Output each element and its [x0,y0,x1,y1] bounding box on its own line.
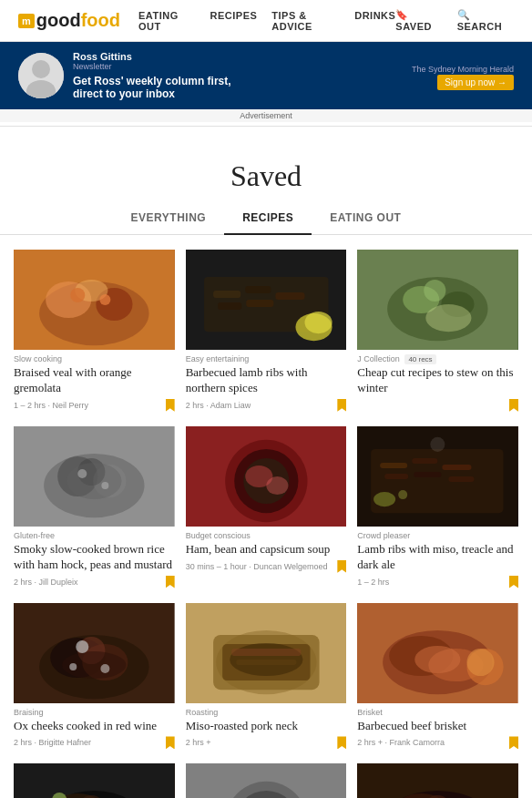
ad-avatar [18,53,64,98]
recipe-row-3: Braising Ox cheeks cooked in red wine 2 … [14,603,518,750]
recipe-meta-1: 2 hrs · Adam Liaw [186,399,347,412]
recipe-card-2[interactable]: J Collection 40 recs Cheap cut recipes t… [357,250,518,412]
recipe-tag-8: Brisket [357,708,518,717]
recipe-card-3[interactable]: Gluten-free Smoky slow-cooked brown rice… [14,426,175,588]
recipe-tag-1: Easy entertaining [186,354,347,363]
svg-rect-45 [414,472,442,477]
svg-point-48 [373,492,395,506]
bookmark-6[interactable] [166,736,175,749]
recipe-card-6[interactable]: Braising Ox cheeks cooked in red wine 2 … [14,603,175,750]
svg-point-70 [415,646,461,673]
recipe-image-4 [186,426,347,527]
recipe-card-4[interactable]: Budget conscious Ham, bean and capsicum … [186,426,347,588]
svg-point-31 [77,469,87,478]
svg-rect-12 [213,291,240,298]
recipe-image-10 [186,763,347,798]
recipe-meta-4: 30 mins – 1 hour · Duncan Welgemoed [186,560,347,573]
recipe-card-5[interactable]: Crowd pleaser Lamb ribs with miso, treac… [357,426,518,588]
nav-drinks[interactable]: DRINKS [354,10,395,32]
header-right: 🔖 SAVED 🔍 SEARCH [395,9,514,32]
recipe-meta-5: 1 – 2 hrs [357,576,518,588]
svg-rect-44 [384,474,408,479]
recipe-time-5: 1 – 2 hrs [357,578,389,587]
logo-food-text: food [81,10,120,31]
svg-rect-15 [218,302,241,310]
recipe-card-1[interactable]: Easy entertaining Barbecued lamb ribs wi… [186,250,347,412]
svg-rect-14 [275,292,304,300]
recipe-title-5: Lamb ribs with miso, treacle and dark al… [357,542,518,573]
bookmark-7[interactable] [337,736,346,749]
recipe-card-9[interactable]: Braising Caramelised beef brisket with w… [14,763,175,798]
recipe-title-8: Barbecued beef brisket [357,719,518,734]
ad-cta-button[interactable]: Sign up now → [437,75,514,90]
recipe-image-9 [14,763,175,798]
tabs-container: EVERYTHING RECIPES EATING OUT [0,202,532,235]
recipe-meta-0: 1 – 2 hrs · Neil Perry [14,399,175,412]
recipe-meta-7: 2 hrs + [186,736,347,749]
recipe-card-10[interactable]: Gluten-free Chicken and apples cooked to… [186,763,347,798]
recipe-row-2: Gluten-free Smoky slow-cooked brown rice… [14,426,518,588]
bookmark-8[interactable] [509,736,518,749]
tab-everything[interactable]: EVERYTHING [113,202,225,235]
recipe-title-1: Barbecued lamb ribs with northern spices [186,365,347,396]
svg-point-23 [425,280,446,302]
recipe-card-0[interactable]: Slow cooking Braised veal with orange gr… [14,250,175,412]
recipe-time-6: 2 hrs · Brigitte Hafner [14,738,91,747]
svg-point-24 [426,304,472,332]
recipe-title-4: Ham, bean and capsicum soup [186,542,347,558]
page-title-section: Saved [0,138,532,202]
recipe-image-6 [14,603,175,703]
svg-point-58 [69,663,77,670]
svg-point-47 [431,437,445,452]
svg-point-32 [101,482,108,489]
bookmark-5[interactable] [509,576,518,588]
logo-good-text: good [36,10,81,31]
svg-rect-16 [246,300,273,307]
tab-eating-out[interactable]: EATING OUT [312,202,419,235]
ad-headline: Get Ross' weekly column first, [73,75,231,87]
svg-point-57 [100,664,109,673]
recipe-title-3: Smoky slow-cooked brown rice with ham ho… [14,542,175,573]
recipe-card-8[interactable]: Brisket Barbecued beef brisket 2 hrs + ·… [357,603,518,750]
nav-recipes[interactable]: RECIPES [210,10,258,32]
recipe-meta-6: 2 hrs · Brigitte Hafner [14,736,175,749]
site-logo[interactable]: m good food [18,10,120,31]
recipe-image-8 [357,603,518,703]
bookmark-4[interactable] [337,560,346,573]
saved-link[interactable]: 🔖 SAVED [395,9,444,32]
logo-m-badge: m [18,14,35,28]
bookmark-3[interactable] [166,576,175,588]
svg-point-8 [70,288,85,302]
svg-rect-13 [245,286,271,293]
bookmark-2[interactable] [509,399,518,412]
ad-right: The Sydney Morning Herald Sign up now → [412,65,514,87]
recipe-card-7[interactable]: Roasting Miso-roasted pork neck 2 hrs + [186,603,347,750]
nav-tips[interactable]: TIPS & ADVICE [271,10,340,32]
recipe-image-0 [14,250,175,350]
svg-rect-42 [413,458,438,464]
ad-source: The Sydney Morning Herald [412,65,514,74]
bookmark-1[interactable] [337,399,346,412]
search-icon: 🔍 [457,9,471,20]
recipe-tag-6: Braising [14,708,175,717]
bookmark-0[interactable] [166,399,175,412]
svg-point-38 [266,476,288,495]
recipe-row-4: Braising Caramelised beef brisket with w… [14,763,518,798]
recipe-title-7: Miso-roasted pork neck [186,719,347,734]
svg-rect-65 [236,660,296,665]
recipe-image-7 [186,603,347,703]
collection-badge-2: 40 recs [404,354,435,364]
recipe-card-11[interactable]: Gluten-free Slow-cooked beef brisket wit… [357,763,518,798]
recipe-time-0: 1 – 2 hrs · Neil Perry [14,401,88,410]
recipe-image-11 [357,763,518,798]
search-link[interactable]: 🔍 SEARCH [457,9,514,32]
recipe-tag-5: Crowd pleaser [357,531,518,540]
tab-recipes[interactable]: RECIPES [224,202,312,235]
recipe-image-2 [357,250,518,350]
bookmark-icon: 🔖 [395,9,409,20]
main-nav: EATING OUT RECIPES TIPS & ADVICE DRINKS [138,10,395,32]
recipe-tag-0: Slow cooking [14,354,175,363]
ad-banner: Ross Gittins Newsletter Get Ross' weekly… [0,42,532,109]
recipe-title-6: Ox cheeks cooked in red wine [14,719,175,734]
nav-eating-out[interactable]: EATING OUT [138,10,196,32]
